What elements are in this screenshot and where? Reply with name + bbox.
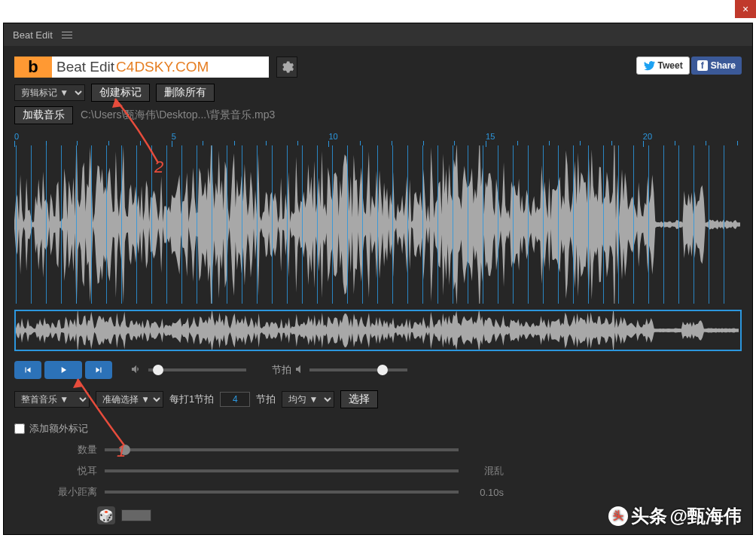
waveform-main[interactable] bbox=[14, 145, 742, 304]
volume-icon bbox=[130, 363, 142, 378]
close-button[interactable]: × bbox=[735, 0, 756, 18]
watermark-icon: 头 bbox=[608, 506, 628, 526]
panel-title: Beat Edit bbox=[13, 29, 53, 41]
skip-back-button[interactable] bbox=[14, 361, 41, 379]
play-icon bbox=[58, 365, 69, 375]
chaos-label: 混乱 bbox=[466, 464, 504, 478]
annotation-1: 1 bbox=[117, 442, 126, 461]
every-beat-label: 每打1节拍 bbox=[169, 393, 214, 406]
play-button[interactable] bbox=[44, 361, 82, 379]
svg-marker-0 bbox=[73, 379, 84, 388]
every-beat-input[interactable] bbox=[220, 392, 250, 407]
waveform-area[interactable]: 05101520 bbox=[14, 127, 742, 305]
color-swatch[interactable] bbox=[121, 509, 151, 521]
accuracy-select[interactable]: 准确选择 ▼ bbox=[96, 391, 163, 408]
extra-marker-checkbox[interactable] bbox=[14, 423, 25, 434]
tempo-slider-label: 节拍 bbox=[272, 363, 291, 377]
min-dist-value: 0.10s bbox=[466, 487, 504, 498]
create-marker-button[interactable]: 创建标记 bbox=[91, 84, 150, 102]
transport-controls: 节拍 bbox=[14, 360, 742, 380]
tempo-slider[interactable] bbox=[309, 368, 407, 371]
extra-controls: 数量 悦耳 混乱 最小距离 0.10s 🎲 bbox=[44, 443, 504, 524]
volume-control bbox=[130, 363, 246, 378]
gear-icon bbox=[279, 60, 294, 75]
load-music-button[interactable]: 加载音乐 bbox=[14, 106, 73, 124]
waveform-overview[interactable] bbox=[14, 310, 742, 351]
panel-content: b Beat Edit C4DSKY.COM Tweet f Share 剪辑标… bbox=[4, 46, 752, 534]
logo-name: Beat Edit bbox=[52, 59, 114, 75]
logo: b Beat Edit C4DSKY.COM bbox=[14, 57, 269, 78]
randomize-button[interactable]: 🎲 bbox=[97, 506, 115, 524]
panel-menu-icon[interactable] bbox=[62, 29, 72, 41]
param-row: 整首音乐 ▼ 准确选择 ▼ 每打1节拍 节拍 均匀 ▼ 选择 bbox=[14, 390, 742, 408]
logo-b-icon: b bbox=[14, 57, 52, 78]
marker-type-select[interactable]: 剪辑标记 ▼ bbox=[14, 84, 85, 101]
extra-marker-label: 添加额外标记 bbox=[29, 422, 88, 436]
min-dist-label: 最小距离 bbox=[44, 485, 97, 499]
pleasant-label: 悦耳 bbox=[44, 464, 97, 478]
qty-label: 数量 bbox=[44, 443, 97, 457]
settings-button[interactable] bbox=[276, 57, 297, 78]
qty-slider[interactable] bbox=[105, 448, 459, 451]
watermark-author: @甄海伟 bbox=[670, 504, 742, 528]
titlebar: × bbox=[0, 0, 756, 21]
pleasant-slider[interactable] bbox=[105, 469, 459, 472]
watermark-brand: 头条 bbox=[631, 504, 667, 528]
volume-slider[interactable] bbox=[148, 368, 246, 371]
skip-back-icon bbox=[23, 365, 33, 375]
marker-controls: 剪辑标记 ▼ 创建标记 删除所有 bbox=[14, 84, 742, 102]
facebook-icon: f bbox=[697, 60, 708, 71]
logo-url: C4DSKY.COM bbox=[114, 59, 209, 75]
skip-fwd-icon bbox=[93, 365, 104, 375]
delete-all-button[interactable]: 删除所有 bbox=[156, 84, 215, 102]
uniform-select[interactable]: 均匀 ▼ bbox=[282, 391, 334, 408]
tweet-label: Tweet bbox=[658, 60, 683, 71]
tempo-param-label: 节拍 bbox=[256, 393, 276, 406]
file-path-label: C:\Users\甄海伟\Desktop...\背景音乐.mp3 bbox=[81, 109, 275, 122]
panel-header: Beat Edit bbox=[4, 23, 752, 46]
extra-marker-check: 添加额外标记 bbox=[14, 422, 742, 436]
share-row: Tweet f Share bbox=[636, 57, 742, 75]
skip-fwd-button[interactable] bbox=[85, 361, 112, 379]
fb-share-button[interactable]: f Share bbox=[691, 57, 742, 75]
tempo-icon bbox=[294, 363, 306, 378]
tweet-button[interactable]: Tweet bbox=[636, 57, 690, 75]
load-row: 加载音乐 C:\Users\甄海伟\Desktop...\背景音乐.mp3 bbox=[14, 106, 742, 124]
watermark: 头 头条 @甄海伟 bbox=[608, 504, 742, 528]
scope-select[interactable]: 整首音乐 ▼ bbox=[14, 391, 90, 408]
fb-label: Share bbox=[711, 60, 736, 71]
select-button[interactable]: 选择 bbox=[340, 390, 378, 408]
twitter-icon bbox=[643, 60, 655, 72]
logo-row: b Beat Edit C4DSKY.COM bbox=[14, 57, 742, 78]
min-dist-slider[interactable] bbox=[105, 491, 459, 494]
panel-root: Beat Edit b Beat Edit C4DSKY.COM Tweet f… bbox=[3, 23, 753, 535]
annotation-2: 2 bbox=[154, 157, 163, 177]
